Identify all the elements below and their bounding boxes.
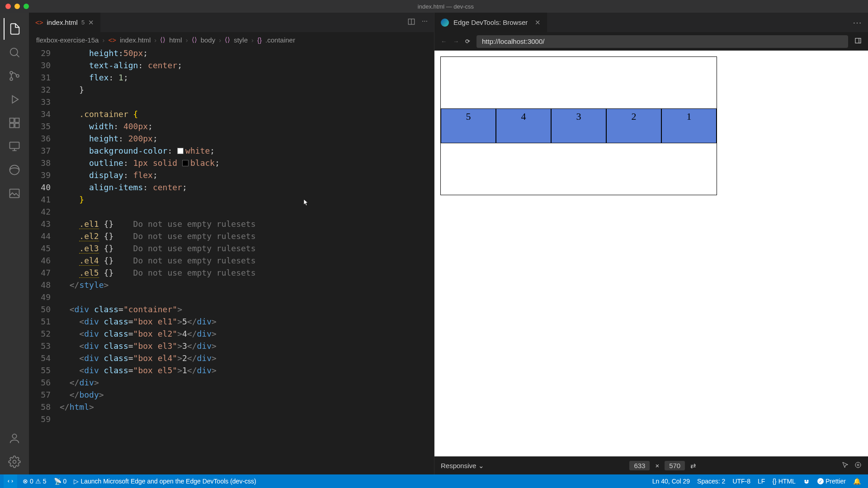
open-devtools-icon[interactable] <box>854 37 862 46</box>
breadcrumb-container[interactable]: .container <box>265 36 295 44</box>
breadcrumb-style[interactable]: style <box>234 36 248 44</box>
gear-icon[interactable] <box>4 451 25 473</box>
breadcrumb-symbol-icon: {} <box>257 36 262 44</box>
cursor-position[interactable]: Ln 40, Col 29 <box>649 478 693 485</box>
check-icon: ✓ <box>817 478 824 484</box>
tab-actions: ⋯ <box>407 18 434 27</box>
titlebar: index.html — dev-css <box>0 0 868 13</box>
svg-point-11 <box>12 434 16 438</box>
viewport-height[interactable]: 570 <box>665 461 685 470</box>
breadcrumb-symbol-icon: ⟨⟩ <box>192 36 197 44</box>
box-1: 1 <box>661 108 717 143</box>
close-window-button[interactable] <box>5 4 11 9</box>
edge-tools-icon[interactable] <box>4 159 25 181</box>
close-icon[interactable]: ✕ <box>88 19 94 27</box>
back-icon[interactable]: ← <box>441 38 447 45</box>
mouse-cursor-icon <box>303 199 310 206</box>
breadcrumb-symbol-icon: ⟨⟩ <box>225 36 230 44</box>
language-mode[interactable]: {}HTML <box>769 478 799 485</box>
prettier-button[interactable]: ✓Prettier <box>814 478 849 485</box>
chevron-right-icon: › <box>186 36 188 44</box>
svg-point-19 <box>804 480 806 482</box>
notifications-icon[interactable]: 🔔 <box>849 478 864 485</box>
warning-icon: ⚠ <box>35 478 41 485</box>
svg-point-17 <box>855 462 861 468</box>
chevron-right-icon: › <box>219 36 221 44</box>
close-icon[interactable]: ✕ <box>535 19 541 27</box>
image-icon[interactable] <box>4 183 25 204</box>
account-icon[interactable] <box>4 427 25 449</box>
svg-point-2 <box>10 78 13 80</box>
breadcrumb-body[interactable]: body <box>201 36 216 44</box>
search-icon[interactable] <box>4 42 25 63</box>
more-actions-icon[interactable]: ⋯ <box>853 17 868 28</box>
rendered-container: 5 4 3 2 1 <box>441 57 717 195</box>
eol[interactable]: LF <box>754 478 769 485</box>
activity-bar <box>0 13 29 474</box>
preview-nav: ← → ⟳ http://localhost:3000/ <box>434 33 868 51</box>
dimension-separator: × <box>655 462 659 469</box>
breadcrumb-file[interactable]: index.html <box>120 36 151 44</box>
svg-rect-7 <box>15 123 19 127</box>
url-text: http://localhost:3000/ <box>482 38 544 45</box>
svg-point-3 <box>16 75 19 77</box>
breadcrumb-root[interactable]: flexbox-exercise-15a <box>36 36 99 44</box>
svg-point-9 <box>10 165 19 175</box>
svg-point-18 <box>857 464 859 466</box>
chevron-right-icon: › <box>154 36 156 44</box>
remote-explorer-icon[interactable] <box>4 136 25 157</box>
run-debug-icon[interactable] <box>4 89 25 110</box>
svg-rect-4 <box>10 118 14 122</box>
remote-button[interactable] <box>4 474 17 488</box>
preview-tab-bar: Edge DevTools: Browser ✕ ⋯ <box>434 13 868 33</box>
responsive-mode[interactable]: Responsive ⌄ <box>441 462 484 470</box>
encoding[interactable]: UTF-8 <box>729 478 754 485</box>
forward-icon[interactable]: → <box>453 38 459 45</box>
explorer-icon[interactable] <box>4 18 25 40</box>
chevron-right-icon: › <box>251 36 254 44</box>
maximize-window-button[interactable] <box>24 4 29 9</box>
minimize-window-button[interactable] <box>14 4 20 9</box>
screencast-icon[interactable] <box>854 461 862 470</box>
problems-button[interactable]: ⊗0 ⚠5 <box>19 478 50 485</box>
box-3: 3 <box>551 108 606 143</box>
chevron-right-icon: › <box>102 36 104 44</box>
source-control-icon[interactable] <box>4 65 25 87</box>
inspect-icon[interactable] <box>842 461 849 470</box>
launch-edge-button[interactable]: ▷Launch Microsoft Edge and open the Edge… <box>70 478 259 485</box>
url-bar[interactable]: http://localhost:3000/ <box>476 35 848 48</box>
tab-problem-badge: 5 <box>81 19 85 26</box>
html-file-icon: <> <box>35 19 43 26</box>
svg-rect-15 <box>855 38 861 43</box>
box-4: 4 <box>496 108 551 143</box>
tab-index-html[interactable]: <> index.html 5 ✕ <box>29 13 101 32</box>
edge-icon <box>441 19 449 27</box>
split-editor-icon[interactable] <box>407 18 415 27</box>
svg-point-12 <box>13 460 16 464</box>
copilot-icon[interactable] <box>799 478 814 485</box>
svg-rect-6 <box>10 123 14 127</box>
tab-edge-devtools[interactable]: Edge DevTools: Browser ✕ <box>434 13 547 32</box>
play-icon: ▷ <box>74 478 79 485</box>
extensions-icon[interactable] <box>4 112 25 134</box>
antenna-icon: 📡 <box>54 478 61 485</box>
preview-footer: Responsive ⌄ 633 × 570 ⇄ <box>434 456 868 474</box>
viewport-width[interactable]: 633 <box>629 461 650 470</box>
code-editor[interactable]: 2930313233343536373839404142434445464748… <box>29 47 434 474</box>
traffic-lights <box>5 4 29 9</box>
preview-content[interactable]: 5 4 3 2 1 <box>434 51 868 456</box>
reload-icon[interactable]: ⟳ <box>465 38 470 45</box>
breadcrumb-html[interactable]: html <box>169 36 182 44</box>
more-actions-icon[interactable]: ⋯ <box>422 18 428 27</box>
status-bar: ⊗0 ⚠5 📡0 ▷Launch Microsoft Edge and open… <box>0 474 868 488</box>
error-icon: ⊗ <box>23 478 28 485</box>
tab-bar: <> index.html 5 ✕ ⋯ <box>29 13 434 33</box>
html-file-icon: <> <box>108 36 116 44</box>
rotate-icon[interactable]: ⇄ <box>690 462 696 470</box>
ports-button[interactable]: 📡0 <box>50 478 71 485</box>
tab-filename: index.html <box>47 19 78 26</box>
breadcrumb[interactable]: flexbox-exercise-15a › <> index.html › ⟨… <box>29 33 434 47</box>
svg-rect-8 <box>10 142 19 149</box>
box-5: 5 <box>441 108 496 143</box>
indentation[interactable]: Spaces: 2 <box>693 478 729 485</box>
